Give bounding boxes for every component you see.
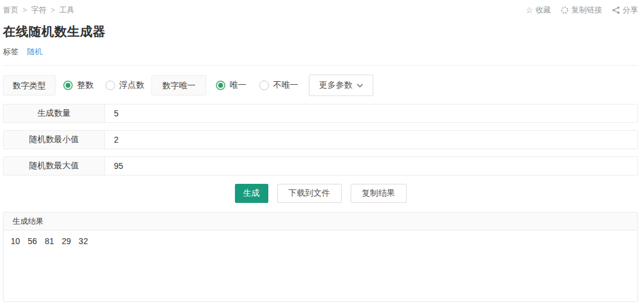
breadcrumb-separator: > — [23, 6, 27, 14]
radio-option-not-unique[interactable]: 不唯一 — [259, 80, 298, 91]
field-row-max: 随机数最大值 95 — [3, 156, 638, 175]
page: 首页 > 字符 > 工具 ☆ 收藏 复制链接 — [0, 0, 644, 302]
share-label: 分享 — [623, 5, 638, 16]
divider — [3, 65, 638, 66]
radio-unchecked-icon — [106, 81, 115, 90]
download-button[interactable]: 下载到文件 — [277, 184, 342, 203]
chevron-down-icon — [357, 84, 363, 88]
more-params-label: 更多参数 — [319, 80, 352, 91]
radio-option-integer[interactable]: 整数 — [63, 80, 94, 91]
star-icon: ☆ — [525, 6, 533, 14]
tag-random[interactable]: 随机 — [27, 47, 42, 57]
tags-label: 标签 — [3, 47, 18, 57]
copy-link-label: 复制链接 — [571, 5, 602, 16]
copy-result-button[interactable]: 复制结果 — [351, 184, 407, 203]
max-field-label: 随机数最大值 — [4, 157, 105, 175]
header-actions: ☆ 收藏 复制链接 分享 — [525, 5, 638, 16]
more-params-button[interactable]: 更多参数 — [309, 75, 373, 96]
action-buttons-row: 生成 下载到文件 复制结果 — [3, 184, 638, 203]
min-field-label: 随机数最小值 — [4, 131, 105, 149]
options-row: 数字类型 整数 浮点数 数字唯一 唯一 不唯一 更多参数 — [3, 75, 638, 95]
radio-option-label: 浮点数 — [119, 80, 144, 91]
field-row-count: 生成数量 5 — [3, 104, 638, 123]
breadcrumb-home[interactable]: 首页 — [3, 5, 18, 16]
result-panel: 生成结果 10 56 81 29 32 — [3, 212, 638, 302]
tags-row: 标签 随机 — [3, 47, 638, 57]
number-type-label: 数字类型 — [3, 75, 55, 95]
radio-checked-icon — [216, 81, 225, 90]
link-icon — [561, 6, 569, 14]
favorite-button[interactable]: ☆ 收藏 — [525, 5, 551, 16]
generate-button[interactable]: 生成 — [235, 184, 268, 203]
breadcrumb: 首页 > 字符 > 工具 — [3, 5, 75, 16]
radio-unchecked-icon — [259, 81, 269, 90]
field-row-min: 随机数最小值 2 — [3, 130, 638, 149]
breadcrumb-tools[interactable]: 工具 — [59, 5, 75, 16]
count-field-label: 生成数量 — [4, 104, 105, 122]
result-header: 生成结果 — [4, 212, 637, 230]
count-input[interactable]: 5 — [105, 104, 637, 122]
radio-option-label: 整数 — [77, 80, 94, 91]
radio-option-unique[interactable]: 唯一 — [216, 80, 246, 91]
share-icon — [612, 6, 620, 14]
radio-option-label: 不唯一 — [273, 80, 298, 91]
favorite-label: 收藏 — [535, 5, 551, 16]
min-input[interactable]: 2 — [105, 131, 637, 149]
breadcrumb-separator: > — [51, 6, 55, 14]
radio-option-float[interactable]: 浮点数 — [106, 80, 144, 91]
breadcrumb-characters[interactable]: 字符 — [31, 5, 47, 16]
uniqueness-label: 数字唯一 — [151, 75, 206, 95]
max-input[interactable]: 95 — [105, 157, 637, 175]
result-output[interactable]: 10 56 81 29 32 — [4, 230, 637, 252]
radio-checked-icon — [63, 81, 73, 90]
radio-option-label: 唯一 — [230, 80, 246, 91]
share-button[interactable]: 分享 — [612, 5, 638, 16]
topbar: 首页 > 字符 > 工具 ☆ 收藏 复制链接 — [3, 5, 638, 16]
page-title: 在线随机数生成器 — [3, 23, 638, 40]
copy-link-button[interactable]: 复制链接 — [561, 5, 602, 16]
